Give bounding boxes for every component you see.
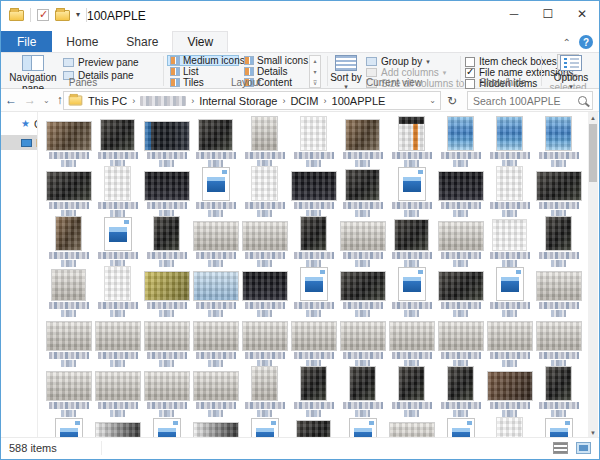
file-item[interactable] (93, 267, 142, 317)
file-item[interactable] (93, 367, 142, 417)
file-item[interactable] (338, 417, 387, 438)
file-item[interactable] (485, 117, 534, 167)
sidebar-item-quick-access[interactable]: ★Quick access (1, 116, 37, 131)
file-item[interactable] (289, 317, 338, 367)
file-item[interactable] (289, 267, 338, 317)
tab-home[interactable]: Home (52, 31, 112, 52)
file-item[interactable] (387, 117, 436, 167)
file-item[interactable] (142, 217, 191, 267)
file-item[interactable] (436, 267, 485, 317)
file-item[interactable] (44, 267, 93, 317)
tab-file[interactable]: File (1, 31, 52, 52)
file-item[interactable] (534, 167, 583, 217)
group-by-button[interactable]: Group by▾ (366, 56, 430, 67)
layout-option-details[interactable]: Details (241, 66, 307, 77)
file-item[interactable] (534, 367, 583, 417)
file-item[interactable] (289, 217, 338, 267)
file-item[interactable] (240, 267, 289, 317)
file-item[interactable] (387, 267, 436, 317)
file-item[interactable] (534, 317, 583, 367)
breadcrumb-item-dcim[interactable]: DCIM (290, 95, 318, 107)
tab-view[interactable]: View (172, 31, 228, 52)
file-item[interactable] (240, 317, 289, 367)
file-item[interactable] (387, 217, 436, 267)
collapse-ribbon-icon[interactable]: ⌃ (563, 37, 571, 48)
up-button[interactable]: ↑ (57, 93, 63, 107)
new-folder-icon[interactable] (55, 10, 70, 21)
file-item[interactable] (289, 117, 338, 167)
forward-button[interactable]: → (24, 93, 36, 107)
file-item[interactable] (191, 317, 240, 367)
refresh-icon[interactable]: ↻ (447, 94, 457, 108)
file-item[interactable] (93, 317, 142, 367)
file-item[interactable] (338, 167, 387, 217)
file-item[interactable] (240, 417, 289, 438)
file-item[interactable] (93, 117, 142, 167)
file-item[interactable] (142, 267, 191, 317)
file-item[interactable] (93, 217, 142, 267)
file-item[interactable] (436, 317, 485, 367)
file-item[interactable] (485, 317, 534, 367)
minimize-button[interactable]: ─ (497, 1, 531, 27)
maximize-button[interactable]: ☐ (531, 1, 565, 27)
breadcrumb-item-redacted[interactable] (140, 96, 186, 106)
checkbox-icon[interactable] (465, 68, 475, 78)
layout-option-list[interactable]: List (167, 66, 239, 77)
search-icon[interactable] (578, 96, 587, 105)
breadcrumb-item-this-pc[interactable]: This PC (88, 95, 127, 107)
file-item[interactable] (44, 167, 93, 217)
file-item[interactable] (191, 367, 240, 417)
file-item[interactable] (142, 167, 191, 217)
layout-option-small-icons[interactable]: Small icons (241, 55, 307, 66)
file-item[interactable] (485, 267, 534, 317)
file-item[interactable] (191, 117, 240, 167)
file-item[interactable] (142, 317, 191, 367)
file-item[interactable] (240, 117, 289, 167)
file-item[interactable] (289, 417, 338, 438)
file-item[interactable] (44, 417, 93, 438)
file-item[interactable] (534, 417, 583, 438)
breadcrumb-item-internal-storage[interactable]: Internal Storage (199, 95, 277, 107)
close-button[interactable]: ✕ (565, 1, 599, 27)
file-item[interactable] (191, 417, 240, 438)
address-dropdown-icon[interactable]: ⌄ (429, 96, 436, 105)
layout-option-medium-icons[interactable]: Medium icons (167, 55, 239, 66)
file-item[interactable] (191, 267, 240, 317)
file-item[interactable] (534, 217, 583, 267)
sidebar-item-desktop[interactable]: Desktop (1, 135, 37, 150)
search-box[interactable] (467, 91, 593, 110)
breadcrumb[interactable]: This PC››Internal Storage›DCIM›100APPLE … (63, 91, 441, 110)
breadcrumb-item-100apple[interactable]: 100APPLE (332, 95, 386, 107)
file-item[interactable] (338, 317, 387, 367)
thumbnail-view-toggle[interactable] (576, 442, 591, 454)
file-item[interactable] (387, 417, 436, 438)
search-input[interactable] (473, 95, 578, 107)
file-item[interactable] (44, 367, 93, 417)
file-item[interactable] (436, 367, 485, 417)
file-item[interactable] (142, 417, 191, 438)
file-item[interactable] (387, 367, 436, 417)
file-item[interactable] (485, 367, 534, 417)
file-item[interactable] (338, 217, 387, 267)
file-item[interactable] (93, 167, 142, 217)
customize-qat-icon[interactable]: ▾ (76, 11, 80, 19)
file-item[interactable] (436, 117, 485, 167)
file-item[interactable] (338, 267, 387, 317)
options-button[interactable]: Options ▾ (545, 55, 597, 91)
file-item[interactable] (44, 117, 93, 167)
back-button[interactable]: ← (5, 93, 17, 107)
tab-share[interactable]: Share (112, 31, 172, 52)
file-item[interactable] (191, 217, 240, 267)
file-item[interactable] (485, 167, 534, 217)
file-item[interactable] (142, 117, 191, 167)
preview-pane-button[interactable]: Preview pane (63, 57, 139, 68)
file-item[interactable] (436, 167, 485, 217)
file-item[interactable] (485, 417, 534, 438)
file-item[interactable] (240, 217, 289, 267)
file-item[interactable] (240, 167, 289, 217)
file-item[interactable] (93, 417, 142, 438)
recent-locations-icon[interactable]: ⌄ (43, 96, 50, 105)
details-view-toggle[interactable] (553, 442, 568, 454)
scrollbar-thumb[interactable] (589, 124, 597, 182)
file-item[interactable] (289, 167, 338, 217)
